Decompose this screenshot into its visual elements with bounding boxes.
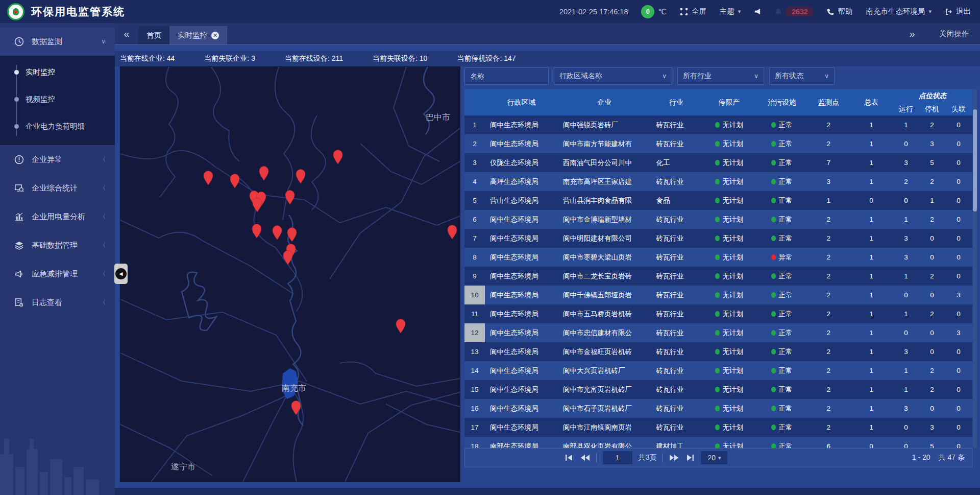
tab-realtime-monitor[interactable]: 实时监控 ✕ [169,26,227,44]
table-row[interactable]: 11阆中生态环境局阆中市五马桥页岩机砖砖瓦行业无计划正常21120 [464,304,972,323]
map-city-label: 遂宁市 [171,462,195,471]
sidebar-subitem-label: 视频监控 [26,95,55,104]
cell-limit: 无计划 [701,115,757,134]
log-icon [14,298,24,308]
status-dot-icon [771,443,776,448]
table-row[interactable]: 15阆中生态环境局阆中市光富页岩机砖厂砖瓦行业无计划正常21120 [464,380,972,399]
map-canvas[interactable]: 巴中市南充市遂宁市 [120,67,460,482]
tabs-scroll-right-icon[interactable]: » [900,28,924,40]
sidebar-item-4[interactable]: 基础数据管理〈 [0,231,115,260]
table-row[interactable]: 8阆中生态环境局阆中市枣碧大梁山页岩砖瓦行业无计划异常21300 [464,248,972,267]
table-row[interactable]: 17阆中生态环境局阆中市江南镇阆南页岩砖瓦行业无计划正常21030 [464,418,972,437]
sidebar-item-5[interactable]: 应急减排管理〈 [0,260,115,288]
cell-meters: 1 [850,304,893,323]
status-filter-select[interactable]: 所有状态 ∨ [769,67,835,85]
table-row[interactable]: 7阆中生态环境局阆中明阳建材有限公司砖瓦行业无计划正常21300 [464,229,972,248]
sidebar-item-0[interactable]: 数据监测∨ [0,27,115,56]
table-row[interactable]: 6阆中生态环境局阆中市金博瑞新型墙材砖瓦行业无计划正常21120 [464,210,972,229]
name-filter-field[interactable] [464,67,549,85]
cell-lost: 0 [945,437,972,448]
col-lost: 失联 [945,105,972,114]
table-row[interactable]: 5营山生态环境局营山县润丰肉食品有限食品无计划正常10010 [464,191,972,210]
cell-region: 阆中生态环境局 [485,134,558,153]
cell-facility: 正常 [757,267,807,286]
sidebar-subitem[interactable]: 企业电力负荷明细 [0,113,115,140]
page-size-select[interactable]: 20 ▾ [701,451,727,464]
table-row[interactable]: 18南部生态环境局南部县双化页岩有限公建材加工无计划正常60050 [464,437,972,448]
table-row[interactable]: 13阆中生态环境局阆中市金福旺页岩机砖砖瓦行业无计划正常21300 [464,342,972,361]
theme-label: 主题 [720,7,734,16]
cell-limit: 无计划 [701,286,757,304]
megaphone-icon [14,269,24,279]
theme-dropdown[interactable]: 主题 ▾ [720,7,741,16]
fullscreen-button[interactable]: 全屏 [680,7,706,16]
sidebar-subitem[interactable]: 视频监控 [0,86,115,113]
table-scrollbar[interactable] [973,89,977,448]
cell-stop: 2 [919,380,945,399]
sidebar-item-1[interactable]: 企业异常〈 [0,145,115,174]
cell-industry: 砖瓦行业 [651,304,702,323]
col-group-point-status: 点位状态 运行 停机 失联 [893,89,972,116]
cell-industry: 砖瓦行业 [651,399,702,418]
tab-home[interactable]: 首页 [138,26,169,44]
cell-points: 2 [807,210,850,229]
status-dot-icon [715,387,720,392]
cell-meters: 1 [850,418,893,437]
name-filter-input[interactable] [470,72,543,80]
bar-chart-icon [14,212,24,222]
cell-meters: 1 [850,342,893,361]
cell-region: 仪陇生态环境局 [485,153,558,172]
cell-points: 2 [807,361,850,380]
cell-meters: 0 [850,191,893,210]
map-panel[interactable]: ◄ [120,66,460,482]
table-row[interactable]: 9阆中生态环境局阆中市二龙长宝页岩砖砖瓦行业无计划正常21120 [464,267,972,286]
close-operations-button[interactable]: 关闭操作 [939,29,969,39]
last-page-button[interactable] [685,454,695,461]
sidebar-item-3[interactable]: 企业用电量分析〈 [0,202,115,231]
cell-company: 阆中强锐页岩砖厂 [558,115,651,134]
cell-region: 阆中生态环境局 [485,418,558,437]
prev-page-button[interactable] [580,454,590,461]
page-number-input[interactable]: 1 [603,451,632,464]
table-row[interactable]: 4高坪生态环境局南充市高坪区王家店建砖瓦行业无计划正常31220 [464,172,972,191]
table-row[interactable]: 16阆中生态环境局阆中市石子页岩机砖厂砖瓦行业无计划正常21300 [464,399,972,418]
cell-stop: 3 [919,134,945,153]
org-dropdown[interactable]: 南充市生态环境局 ▾ [866,7,932,16]
table-row[interactable]: 12阆中生态环境局阆中市忠信建材有限公砖瓦行业无计划正常21003 [464,323,972,342]
sidebar-collapse-handle[interactable]: ◄ [114,264,128,284]
table-row[interactable]: 2阆中生态环境局阆中市南方节能建材有砖瓦行业无计划正常21030 [464,134,972,153]
first-page-button[interactable] [565,454,574,461]
cell-lost: 0 [945,418,972,437]
help-button[interactable]: 帮助 [827,7,852,16]
region-filter-select[interactable]: 行政区域名称 ∨ [554,67,672,85]
dot-icon [14,124,19,129]
sidebar-subitem[interactable]: 实时监控 [0,59,115,86]
cell-index: 4 [464,172,485,191]
notifications[interactable]: 2632 [775,7,814,17]
sidebar-item-6[interactable]: 日志查看〈 [0,288,115,317]
scrollbar-thumb[interactable] [973,109,977,211]
cell-meters: 1 [850,153,893,172]
status-dot-icon [771,235,776,241]
close-icon[interactable]: ✕ [211,32,219,39]
cell-industry: 砖瓦行业 [651,134,702,153]
cell-meters: 1 [850,267,893,286]
table-row[interactable]: 3仪陇生态环境局西南油气田分公司川中化工无计划正常71350 [464,153,972,172]
next-page-button[interactable] [669,454,679,461]
cell-company: 南充市高坪区王家店建 [558,172,651,191]
sidebar-item-2[interactable]: 企业综合统计〈 [0,174,115,202]
cell-facility: 正常 [757,399,807,418]
mute-button[interactable] [754,8,762,15]
cell-stop: 2 [919,210,945,229]
table-row[interactable]: 10阆中生态环境局阆中千佛镇五郎垭页岩砖瓦行业无计划正常21003 [464,286,972,304]
cell-facility: 正常 [757,418,807,437]
chevron-down-icon: ∨ [101,38,106,45]
cell-region: 阆中生态环境局 [485,286,558,304]
logout-button[interactable]: 退出 [945,7,971,16]
industry-filter-select[interactable]: 所有行业 ∨ [677,67,764,85]
table-row[interactable]: 1阆中生态环境局阆中强锐页岩砖厂砖瓦行业无计划正常21120 [464,115,972,134]
cell-limit: 无计划 [701,399,757,418]
app-title: 环保用电监管系统 [31,5,125,19]
tabs-scroll-left-icon[interactable]: « [115,23,138,44]
table-row[interactable]: 14阆中生态环境局阆中大兴页岩机砖厂砖瓦行业无计划正常21120 [464,361,972,380]
